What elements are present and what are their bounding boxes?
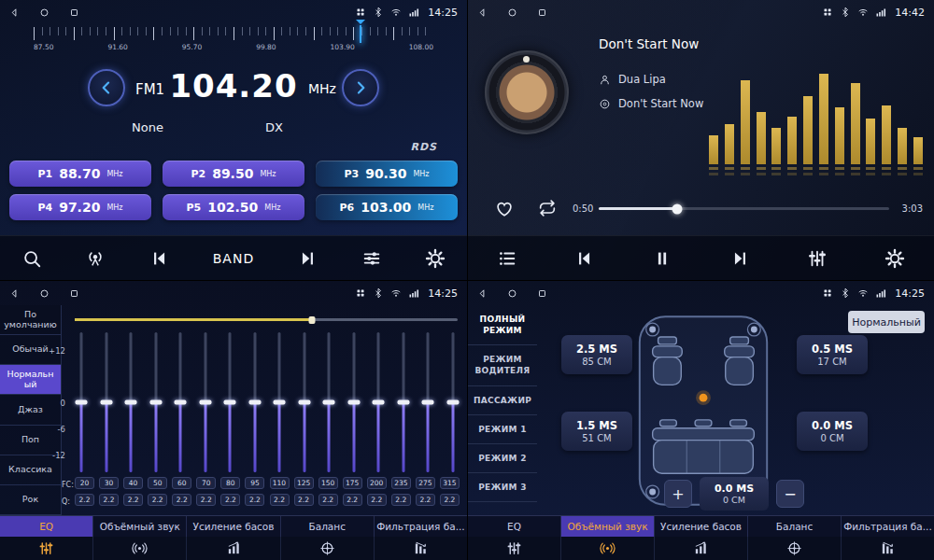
equalizer-icon[interactable] [807, 248, 828, 269]
tab-bass-boost[interactable]: Усиление басов [187, 516, 280, 537]
tab-filter-icon-cell[interactable] [375, 537, 467, 560]
back-icon[interactable] [9, 7, 20, 18]
home-icon[interactable] [39, 288, 50, 299]
mode-3[interactable]: РЕЖИМ 3 [468, 473, 537, 502]
tab-bass-icon-cell[interactable] [655, 537, 748, 560]
eq-band-slider[interactable] [322, 332, 335, 472]
tune-up-button[interactable] [342, 69, 379, 106]
preset-p2[interactable]: P2 89.50 MHz [163, 161, 304, 187]
eq-band-slider[interactable] [174, 332, 187, 472]
gear-icon[interactable] [425, 248, 446, 269]
mode-full[interactable]: ПОЛНЫЙ РЕЖИМ [468, 305, 537, 345]
band-button[interactable]: BAND [213, 251, 254, 266]
preset-p5[interactable]: P5 102.50 MHz [163, 194, 304, 220]
mode-1[interactable]: РЕЖИМ 1 [468, 415, 537, 444]
back-icon[interactable] [9, 288, 20, 299]
eq-band-slider[interactable] [446, 332, 460, 472]
gear-icon[interactable] [884, 248, 905, 269]
wifi-icon [390, 287, 402, 299]
status-bar: 14:25 [468, 281, 934, 305]
tab-eq[interactable]: EQ [0, 516, 93, 537]
next-station-icon[interactable] [297, 248, 318, 269]
progress-bar[interactable] [599, 207, 889, 210]
delay-rear-left[interactable]: 1.5 MS 51 CM [561, 412, 632, 451]
recents-icon[interactable] [69, 7, 79, 18]
tab-eq-icon-cell[interactable] [0, 537, 93, 560]
eq-band-q-value: 2.2 [148, 494, 167, 506]
eq-band-slider[interactable] [149, 332, 163, 472]
eq-band-slider[interactable] [298, 332, 311, 472]
delay-increase-button[interactable]: + [664, 480, 692, 508]
favorite-heart-icon[interactable] [494, 198, 515, 218]
eq-preset-normal[interactable]: Нормальный [0, 365, 61, 395]
eq-band-slider[interactable] [199, 332, 212, 472]
preset-unit: MHz [106, 170, 122, 178]
audio-settings-icon[interactable] [361, 248, 382, 269]
eq-band-slider[interactable] [273, 332, 286, 472]
preset-p1[interactable]: P1 88.70 MHz [9, 161, 151, 187]
apps-grid-icon[interactable] [355, 7, 366, 18]
delay-front-right[interactable]: 0.5 MS 17 CM [797, 335, 868, 374]
delay-decrease-button[interactable]: − [776, 480, 804, 508]
recents-icon[interactable] [69, 288, 79, 299]
repeat-icon[interactable] [537, 198, 558, 218]
eq-preset-rock[interactable]: Рок [0, 485, 61, 515]
balance-icon [319, 540, 335, 556]
eq-band-slider[interactable] [248, 332, 262, 472]
tab-eq[interactable]: EQ [468, 516, 561, 537]
eq-band-slider[interactable] [421, 332, 434, 472]
mode-passenger[interactable]: ПАССАЖИР [468, 386, 537, 415]
tab-eq-icon-cell[interactable] [468, 537, 561, 560]
eq-band-slider[interactable] [75, 332, 88, 472]
mode-driver[interactable]: РЕЖИМ ВОДИТЕЛЯ [468, 345, 537, 385]
eq-band-slider[interactable] [223, 332, 236, 472]
apps-grid-icon[interactable] [822, 287, 833, 299]
tab-balance-icon-cell[interactable] [281, 537, 375, 560]
playlist-icon[interactable] [497, 248, 517, 269]
tab-balance[interactable]: Баланс [748, 516, 842, 537]
tab-surround-icon-cell[interactable] [561, 537, 655, 560]
pause-icon[interactable] [652, 248, 672, 269]
preset-p3[interactable]: P3 90.30 MHz [316, 161, 458, 187]
progress-knob[interactable] [672, 203, 682, 214]
tab-surround[interactable]: Объёмный звук [93, 516, 187, 537]
delay-front-left[interactable]: 2.5 MS 85 CM [561, 335, 632, 374]
mode-2[interactable]: РЕЖИМ 2 [468, 444, 537, 473]
back-icon[interactable] [477, 7, 488, 18]
tab-filter[interactable]: Фильтрация ба... [375, 516, 467, 537]
stations-broadcast-icon[interactable] [85, 248, 106, 269]
tab-balance[interactable]: Баланс [281, 516, 375, 537]
recents-icon[interactable] [537, 7, 547, 18]
eq-band-slider[interactable] [124, 332, 137, 472]
apps-grid-icon[interactable] [355, 287, 366, 299]
sound-profile-button[interactable]: Нормальный [848, 311, 925, 333]
master-level-slider[interactable] [75, 318, 458, 321]
tab-bass-boost[interactable]: Усиление басов [655, 516, 748, 537]
previous-station-icon[interactable] [149, 248, 170, 269]
tab-balance-icon-cell[interactable] [748, 537, 842, 560]
tab-filter[interactable]: Фильтрация ба... [842, 516, 934, 537]
delay-rear-right[interactable]: 0.0 MS 0 CM [797, 412, 868, 451]
eq-band-slider[interactable] [397, 332, 410, 472]
visualizer [709, 56, 923, 175]
next-track-icon[interactable] [729, 248, 750, 269]
tab-surround[interactable]: Объёмный звук [561, 516, 655, 537]
eq-band-slider[interactable] [347, 332, 361, 472]
eq-band-slider[interactable] [100, 332, 113, 472]
recents-icon[interactable] [537, 288, 547, 299]
tab-surround-icon-cell[interactable] [93, 537, 187, 560]
back-icon[interactable] [477, 288, 488, 299]
eq-preset-default[interactable]: По умолчанию [0, 305, 61, 335]
search-icon[interactable] [21, 248, 42, 269]
home-icon[interactable] [507, 7, 517, 18]
preset-p6[interactable]: P6 103.00 MHz [316, 194, 458, 220]
preset-p4[interactable]: P4 97.20 MHz [9, 194, 151, 220]
home-icon[interactable] [39, 7, 50, 18]
tab-bass-icon-cell[interactable] [187, 537, 280, 560]
previous-track-icon[interactable] [574, 248, 595, 269]
apps-grid-icon[interactable] [822, 7, 833, 18]
master-level-knob[interactable] [309, 316, 316, 324]
tab-filter-icon-cell[interactable] [842, 537, 934, 560]
home-icon[interactable] [507, 288, 517, 299]
eq-band-slider[interactable] [372, 332, 385, 472]
